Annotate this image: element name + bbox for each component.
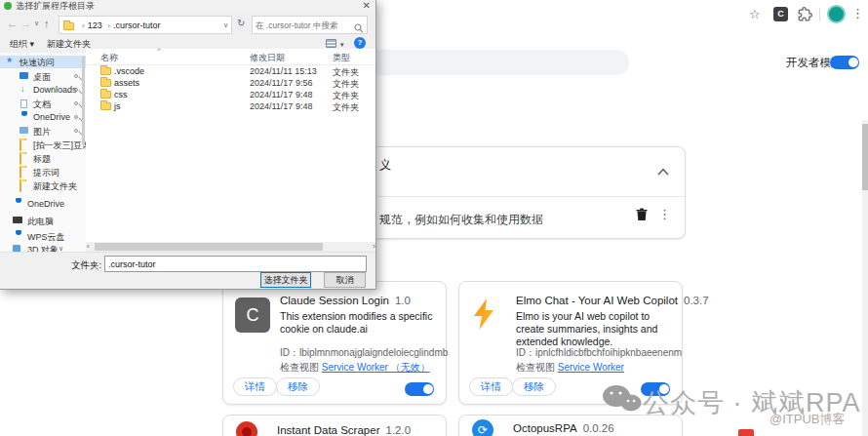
details-button[interactable]: 详情 — [469, 377, 513, 396]
breadcrumb-path: ›123 ›.cursor-tutor — [79, 20, 160, 30]
sidebar-item-folder[interactable]: 提示词 — [0, 166, 86, 178]
horizontal-scrollbar-thumb[interactable] — [95, 243, 323, 251]
service-worker-link[interactable]: Service Worker — [322, 362, 388, 373]
inspect-views-line: 检查视图 Service Worker （无效） — [280, 361, 430, 375]
trash-icon[interactable] — [636, 208, 648, 225]
pin-icon — [74, 129, 78, 133]
extension-card-claude: C Claude Session Login1.0 This extension… — [222, 281, 447, 405]
folder-icon — [20, 167, 21, 178]
sidebar-scrollbar-thumb[interactable] — [82, 57, 85, 144]
card-menu-icon[interactable]: ⋮ — [658, 207, 671, 221]
dialog-title: 选择扩展程序根目录 — [16, 0, 95, 13]
file-row[interactable]: js2024/11/17 9:48文件夹 — [86, 100, 375, 112]
bookmark-star-icon[interactable]: ☆ — [749, 7, 761, 21]
sidebar-item-folder[interactable]: 新建文件夹 — [0, 179, 86, 192]
search-field[interactable] — [252, 16, 368, 34]
folder-name-input[interactable] — [108, 258, 362, 270]
folder-picker-dialog: 选择扩展程序根目录 ✕ ← → ∨ ↑ ›123 ›.cursor-tutor … — [0, 0, 376, 290]
column-header-type[interactable]: 类型 — [333, 52, 350, 64]
folder-icon — [100, 67, 111, 75]
sidebar-group-wps-cloud[interactable]: WPS云盘 — [0, 230, 86, 243]
developer-mode-toggle[interactable] — [830, 56, 859, 69]
desktop-icon — [20, 72, 28, 79]
app-icon — [4, 2, 12, 10]
extension-toggle[interactable] — [405, 382, 434, 396]
new-folder-button[interactable]: 新建文件夹 — [47, 38, 91, 51]
sidebar-group-onedrive[interactable]: OneDrive — [0, 198, 86, 211]
pin-icon — [74, 115, 78, 119]
extension-description: Elmo is your AI web copilot to create su… — [516, 310, 674, 348]
profile-avatar[interactable] — [827, 5, 846, 23]
file-row[interactable]: assets2024/11/17 9:56文件夹 — [86, 77, 375, 89]
folder-name-field[interactable] — [104, 256, 367, 272]
breadcrumb[interactable]: ›123 ›.cursor-tutor ∨ — [59, 16, 232, 34]
scroll-right-icon[interactable]: › — [373, 242, 375, 251]
service-worker-link[interactable]: Service Worker — [558, 362, 624, 373]
pinned-extension-icon[interactable]: C — [773, 7, 788, 21]
octopusrpa-icon: ⟳ — [472, 419, 493, 436]
view-mode-icon[interactable] — [326, 39, 336, 48]
file-row[interactable]: css2024/11/17 9:48文件夹 — [86, 89, 375, 100]
refresh-icon[interactable]: ↻ — [237, 18, 245, 28]
search-input[interactable] — [256, 18, 353, 32]
cancel-button[interactable]: 取消 — [324, 272, 366, 288]
folder-icon — [100, 91, 111, 99]
pin-icon — [74, 74, 78, 78]
breadcrumb-root[interactable]: 123 — [88, 20, 102, 30]
extension-version: 1.0 — [395, 295, 411, 306]
select-folder-button[interactable]: 选择文件夹 — [260, 272, 311, 288]
history-dropdown-icon[interactable]: ∨ — [34, 20, 39, 27]
collapse-chevron-icon[interactable] — [657, 162, 669, 179]
page-scrollbar-thumb[interactable] — [862, 124, 868, 190]
remove-button[interactable]: 移除 — [512, 377, 556, 396]
close-icon[interactable]: ✕ — [363, 0, 371, 11]
extension-title: Claude Session Login1.0 — [280, 295, 411, 306]
sidebar-item-documents[interactable]: 文档 — [0, 98, 86, 110]
extensions-puzzle-icon[interactable] — [798, 7, 812, 25]
details-button[interactable]: 详情 — [233, 377, 277, 396]
horizontal-scrollbar[interactable]: ‹ › — [86, 242, 376, 252]
sidebar-group-this-pc[interactable]: 此电脑 — [0, 215, 86, 227]
pin-icon — [74, 101, 78, 105]
sidebar-item-quick-access[interactable]: ★ 快速访问 — [0, 56, 86, 68]
column-header-date[interactable]: 修改日期 — [250, 52, 285, 64]
view-dropdown-icon[interactable]: ▾ — [340, 41, 344, 49]
remove-button[interactable]: 移除 — [276, 377, 320, 396]
sidebar-item-downloads[interactable]: ↓ Downloads — [0, 84, 86, 97]
warning-text-bottom: 规范，例如如何收集和使用数据 — [379, 212, 543, 228]
help-icon[interactable]: ? — [354, 37, 366, 49]
inactive-link[interactable]: （无效） — [388, 362, 430, 373]
dialog-navbar: ← → ∨ ↑ ›123 ›.cursor-tutor ∨ ↻ — [0, 13, 375, 38]
file-list: 名称 ^ 修改日期 类型 .vscode2024/11/11 15:13文件夹 … — [86, 49, 375, 242]
file-row[interactable]: .vscode2024/11/11 15:13文件夹 — [86, 65, 375, 77]
sidebar-item-3d-objects[interactable]: 3D 对象 ∨ — [0, 243, 86, 252]
extension-card-instant-data-scraper: Instant Data Scraper1.2.0 — [222, 415, 447, 436]
breadcrumb-current[interactable]: .cursor-tutor — [113, 20, 161, 30]
back-icon[interactable]: ← — [7, 18, 18, 29]
folder-icon — [20, 153, 21, 165]
folder-icon — [100, 79, 111, 87]
search-icon — [354, 20, 364, 37]
dialog-titlebar: 选择扩展程序根目录 ✕ — [0, 0, 375, 13]
extension-title: Elmo Chat - Your AI Web Copilot0.3.7 — [516, 295, 709, 306]
sidebar-item-folder[interactable]: 标题 — [0, 152, 86, 165]
organize-button[interactable]: 组织 ▾ — [10, 38, 34, 51]
sidebar-item-pictures[interactable]: 图片 — [0, 125, 86, 138]
sidebar-scroll-down-icon[interactable]: ∨ — [59, 245, 63, 252]
column-header-name[interactable]: 名称 — [100, 52, 118, 64]
sidebar-item-desktop[interactable]: 桌面 — [0, 70, 86, 83]
extension-version: 0.3.7 — [684, 295, 709, 306]
dialog-footer: 文件夹: 选择文件夹 取消 — [0, 252, 375, 290]
document-icon — [20, 99, 27, 108]
up-icon[interactable]: ↑ — [44, 18, 50, 29]
lightning-icon — [471, 297, 506, 333]
folder-icon — [20, 180, 21, 192]
scroll-left-icon[interactable]: ‹ — [87, 242, 90, 251]
sidebar-item-onedrive[interactable]: OneDrive — [0, 111, 86, 124]
address-dropdown-icon[interactable]: ∨ — [223, 21, 228, 29]
sidebar-item-folder[interactable]: [拍一发三]豆浆 — [0, 139, 86, 151]
forward-icon[interactable]: → — [20, 18, 31, 29]
browser-menu-icon[interactable]: ⋮ — [851, 6, 864, 20]
inspect-views-line: 检查视图 Service Worker — [516, 361, 624, 375]
extension-title: OctopusRPA0.0.26 — [513, 422, 614, 434]
